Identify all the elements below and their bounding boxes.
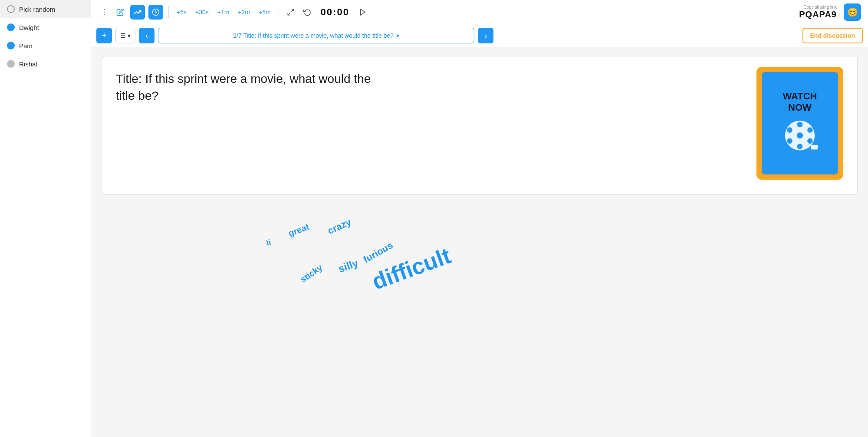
more-icon: ⋮	[101, 8, 108, 16]
reset-icon	[303, 8, 311, 16]
end-discussion-label: End discussion	[810, 32, 855, 39]
plus30s-button[interactable]: +30s	[193, 7, 211, 17]
share-section: Copy sharing link PQAPA9	[799, 5, 837, 20]
plus1m-label: +1m	[217, 9, 230, 16]
svg-point-8	[787, 138, 792, 144]
question-title: Title: If this sprint were a movie, what…	[116, 70, 376, 104]
copy-link-label: Copy sharing link	[803, 5, 837, 10]
clock-icon	[152, 8, 160, 16]
main-content: ⋮ +5s +30s +1m +2m +5m	[91, 0, 868, 437]
fullscreen-icon	[287, 8, 295, 16]
add-icon: +	[102, 31, 107, 40]
prev-icon: ‹	[145, 31, 148, 40]
reset-timer-button[interactable]	[301, 6, 314, 19]
word-sticky: sticky	[299, 263, 325, 285]
sidebar-item-dwight[interactable]: Dwight	[0, 18, 91, 36]
divider-1	[168, 6, 169, 18]
next-question-button[interactable]: ›	[478, 28, 493, 43]
sidebar-item-pick-random[interactable]: Pick random	[0, 0, 91, 18]
watch-now-text: WATCH NOW	[783, 91, 817, 114]
toolbar: ⋮ +5s +30s +1m +2m +5m	[91, 0, 868, 24]
trend-icon	[134, 8, 141, 16]
emoji-icon: 😊	[847, 7, 858, 17]
trend-button[interactable]	[130, 5, 145, 20]
watch-now-line2: NOW	[788, 102, 812, 113]
svg-point-11	[807, 128, 813, 133]
svg-point-6	[797, 122, 803, 128]
end-discussion-button[interactable]: End discussion	[802, 28, 863, 43]
sidebar: Pick random Dwight Pam Rishal	[0, 0, 91, 437]
plus1m-button[interactable]: +1m	[215, 7, 232, 17]
timer-display: 00:00	[321, 7, 349, 18]
word-ii: ii	[265, 238, 272, 248]
question-card: Title: If this sprint were a movie, what…	[102, 56, 858, 195]
word-great: great	[287, 222, 311, 238]
emoji-button[interactable]: 😊	[844, 3, 861, 21]
sidebar-label-pam: Pam	[19, 42, 33, 49]
sidebar-label-dwight: Dwight	[19, 24, 39, 31]
svg-rect-12	[811, 145, 818, 150]
timer-button[interactable]	[148, 5, 163, 20]
svg-point-10	[787, 128, 792, 133]
plus5s-button[interactable]: +5s	[174, 7, 189, 17]
share-code: PQAPA9	[799, 10, 837, 20]
avatar-dwight	[7, 23, 15, 31]
content-area: Title: If this sprint were a movie, what…	[91, 47, 868, 437]
word-cloud: ii great crazy sticky silly furious diff…	[102, 212, 858, 342]
word-silly: silly	[337, 257, 360, 275]
sidebar-label-pick-random: Pick random	[19, 6, 55, 13]
svg-point-7	[797, 144, 803, 149]
film-reel-icon	[780, 117, 819, 156]
avatar-pam	[7, 42, 15, 49]
add-question-button[interactable]: +	[96, 28, 112, 43]
svg-line-2	[288, 13, 290, 15]
edit-button[interactable]	[114, 6, 127, 19]
plus5s-label: +5s	[177, 9, 187, 16]
fullscreen-button[interactable]	[284, 6, 297, 19]
svg-marker-3	[361, 9, 365, 15]
svg-point-9	[807, 138, 813, 144]
plus2m-button[interactable]: +2m	[235, 7, 253, 17]
word-furious: furious	[361, 240, 395, 266]
svg-line-1	[291, 9, 293, 11]
sidebar-item-pam[interactable]: Pam	[0, 36, 91, 55]
divider-2	[279, 6, 279, 18]
watch-now-inner: WATCH NOW	[762, 72, 838, 174]
word-crazy: crazy	[326, 216, 353, 237]
svg-point-5	[797, 132, 803, 138]
menu-chevron: ▾	[128, 32, 131, 39]
play-icon	[359, 8, 367, 16]
next-icon: ›	[484, 31, 487, 40]
more-button[interactable]: ⋮	[98, 5, 110, 19]
question-label: 2/7 Title: If this sprint were a movie, …	[233, 32, 394, 39]
avatar-rishal	[7, 60, 15, 68]
edit-icon	[116, 8, 124, 16]
question-dropdown-icon: ▾	[396, 32, 399, 39]
menu-icon: ☰	[120, 32, 126, 39]
plus5m-button[interactable]: +5m	[256, 7, 273, 17]
watch-now-line1: WATCH	[783, 91, 817, 102]
play-button[interactable]	[356, 6, 369, 19]
plus2m-label: +2m	[238, 9, 250, 16]
prev-question-button[interactable]: ‹	[139, 28, 155, 43]
sidebar-label-rishal: Rishal	[19, 60, 37, 68]
plus5m-label: +5m	[259, 9, 271, 16]
question-pill[interactable]: 2/7 Title: If this sprint were a movie, …	[158, 28, 474, 43]
menu-button[interactable]: ☰ ▾	[115, 28, 135, 43]
navBar: + ☰ ▾ ‹ 2/7 Title: If this sprint were a…	[91, 24, 868, 47]
watch-now-card: WATCH NOW	[756, 67, 843, 180]
plus30s-label: +30s	[195, 9, 209, 16]
sidebar-item-rishal[interactable]: Rishal	[0, 55, 91, 73]
